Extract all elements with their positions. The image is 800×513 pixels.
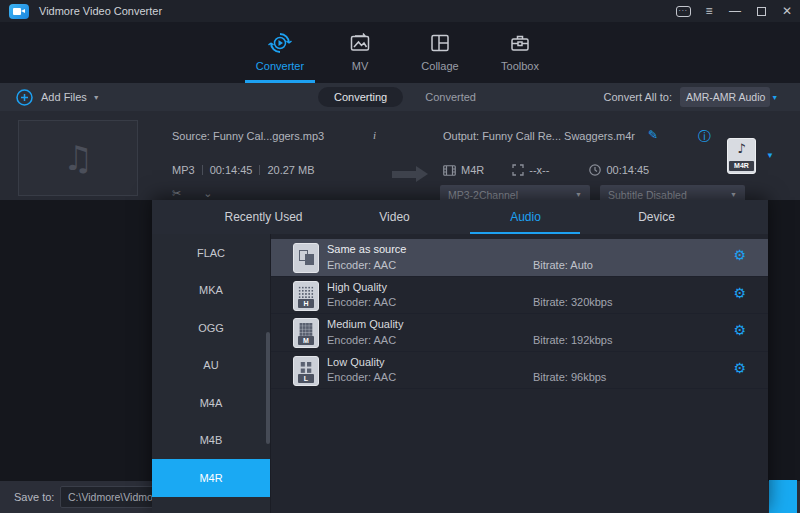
tab-collage[interactable]: Collage	[400, 22, 480, 83]
tab-converted[interactable]: Converted	[425, 91, 476, 103]
collage-icon	[428, 30, 452, 56]
format-picker-caret-icon[interactable]: ▼	[766, 151, 774, 160]
file-item: ♫ Source: Funny Cal...ggers.mp3 i MP3 00…	[0, 111, 800, 200]
profile-name: High Quality	[327, 281, 387, 293]
subtitle-caret-icon: ▼	[730, 191, 737, 198]
convert-all-select[interactable]: AMR-AMR Audio ▼	[680, 87, 770, 107]
edit-output-icon[interactable]: ✎	[648, 128, 658, 142]
cut-icon[interactable]: ✂	[172, 187, 181, 200]
audio-tab-underline	[470, 232, 580, 234]
tab-audio-label: Audio	[510, 210, 541, 224]
sidebar-scrollbar[interactable]	[266, 332, 270, 444]
tab-converter[interactable]: Converter	[240, 22, 320, 83]
resolution-icon	[512, 164, 524, 176]
app-logo-icon	[9, 4, 29, 19]
tab-recently-used[interactable]: Recently Used	[198, 200, 329, 234]
tab-converter-label: Converter	[256, 60, 304, 72]
list-tabs: Converting Converted	[318, 87, 476, 107]
file-tools: ✂ ⌄	[172, 187, 212, 200]
tab-device[interactable]: Device	[591, 200, 722, 234]
output-format: M4R	[461, 164, 484, 176]
titlebar: Vidmore Video Converter ··· ≡ — ✕	[0, 0, 800, 22]
main-nav: Converter MV Collage	[0, 22, 800, 83]
maximize-button[interactable]	[748, 0, 774, 22]
divider	[202, 165, 203, 175]
medium-quality-icon: M	[293, 318, 319, 348]
add-files-label: Add Files	[41, 91, 87, 103]
source-size: 20.27 MB	[267, 164, 314, 176]
output-format-badge[interactable]: ♪ M4R	[727, 138, 756, 174]
format-sidebar: FLAC MKA OGG AU M4A M4B M4R	[152, 234, 270, 513]
subtitle-value: Subtitle Disabled	[608, 189, 724, 201]
tab-converting[interactable]: Converting	[318, 87, 403, 107]
format-item-flac[interactable]: FLAC	[152, 234, 270, 272]
format-item-m4b[interactable]: M4B	[152, 422, 270, 460]
convert-all-to: Convert All to: AMR-AMR Audio ▼	[604, 87, 770, 107]
app-title: Vidmore Video Converter	[39, 5, 162, 17]
chevron-down-icon[interactable]: ⌄	[203, 187, 212, 200]
profile-bitrate: Bitrate: 320kbps	[533, 296, 613, 308]
film-icon	[443, 165, 456, 176]
settings-gear-icon[interactable]: ⚙	[733, 323, 746, 337]
minimize-button[interactable]: —	[722, 0, 748, 22]
settings-gear-icon[interactable]: ⚙	[733, 248, 746, 262]
profile-name: Medium Quality	[327, 318, 403, 330]
save-to-label: Save to:	[14, 491, 54, 503]
file-thumbnail: ♫	[18, 120, 138, 196]
profile-encoder: Encoder: AAC	[327, 334, 396, 346]
source-format: MP3	[172, 164, 195, 176]
window-controls: ··· ≡ — ✕	[670, 0, 800, 22]
badge-note-icon: ♪	[737, 141, 745, 156]
output-duration: 00:14:45	[606, 164, 649, 176]
clock-icon	[589, 164, 601, 176]
format-panel-body: FLAC MKA OGG AU M4A M4B M4R Same as sour…	[152, 234, 768, 513]
mv-icon	[348, 30, 372, 56]
convert-all-button[interactable]	[769, 480, 797, 513]
tab-mv-label: MV	[352, 60, 369, 72]
menu-button[interactable]: ≡	[696, 0, 722, 22]
format-item-ogg[interactable]: OGG	[152, 309, 270, 347]
source-duration: 00:14:45	[210, 164, 253, 176]
source-meta: MP3 00:14:45 20.27 MB	[172, 164, 315, 176]
profile-low-quality[interactable]: L Low Quality Encoder: AAC Bitrate: 96kb…	[271, 352, 768, 390]
close-icon: ✕	[782, 4, 792, 18]
source-info-icon[interactable]: i	[373, 129, 376, 141]
format-item-mka[interactable]: MKA	[152, 272, 270, 310]
toolbar: Add Files ▼ Converting Converted Convert…	[0, 83, 800, 111]
profile-same-as-source[interactable]: Same as source Encoder: AAC Bitrate: Aut…	[271, 239, 768, 277]
tab-toolbox[interactable]: Toolbox	[480, 22, 560, 83]
output-meta: M4R --x-- 00:14:45	[443, 164, 649, 176]
tab-mv[interactable]: MV	[320, 22, 400, 83]
settings-gear-icon[interactable]: ⚙	[733, 286, 746, 300]
format-item-m4r[interactable]: M4R	[152, 459, 270, 497]
feedback-icon: ···	[676, 6, 691, 17]
settings-gear-icon[interactable]: ⚙	[733, 361, 746, 375]
profile-medium-quality[interactable]: M Medium Quality Encoder: AAC Bitrate: 1…	[271, 314, 768, 352]
tab-toolbox-label: Toolbox	[501, 60, 539, 72]
profile-bitrate: Bitrate: Auto	[533, 259, 593, 271]
source-filename: Source: Funny Cal...ggers.mp3	[172, 130, 324, 142]
audio-track-caret-icon: ▼	[575, 191, 582, 198]
output-info-icon[interactable]: ⓘ	[698, 128, 711, 146]
tab-audio[interactable]: Audio	[460, 200, 591, 234]
converter-icon	[268, 30, 292, 56]
close-button[interactable]: ✕	[774, 0, 800, 22]
format-category-tabs: Recently Used Video Audio Device	[152, 200, 768, 234]
profile-name: Same as source	[327, 243, 406, 255]
high-quality-icon: H	[293, 281, 319, 311]
toolbox-icon	[508, 30, 532, 56]
format-item-au[interactable]: AU	[152, 347, 270, 385]
profile-encoder: Encoder: AAC	[327, 296, 396, 308]
add-files-button[interactable]: Add Files ▼	[16, 89, 100, 106]
low-quality-icon: L	[293, 356, 319, 386]
music-note-icon: ♫	[63, 138, 93, 178]
profile-list: Same as source Encoder: AAC Bitrate: Aut…	[270, 234, 768, 513]
profile-high-quality[interactable]: H High Quality Encoder: AAC Bitrate: 320…	[271, 277, 768, 315]
feedback-button[interactable]: ···	[670, 0, 696, 22]
convert-all-label: Convert All to:	[604, 91, 672, 103]
format-item-m4a[interactable]: M4A	[152, 384, 270, 422]
convert-arrow-icon	[392, 171, 416, 178]
add-files-caret-icon: ▼	[93, 94, 100, 101]
output-filename: Output: Funny Call Re... Swaggers.m4r	[443, 130, 635, 142]
tab-video[interactable]: Video	[329, 200, 460, 234]
